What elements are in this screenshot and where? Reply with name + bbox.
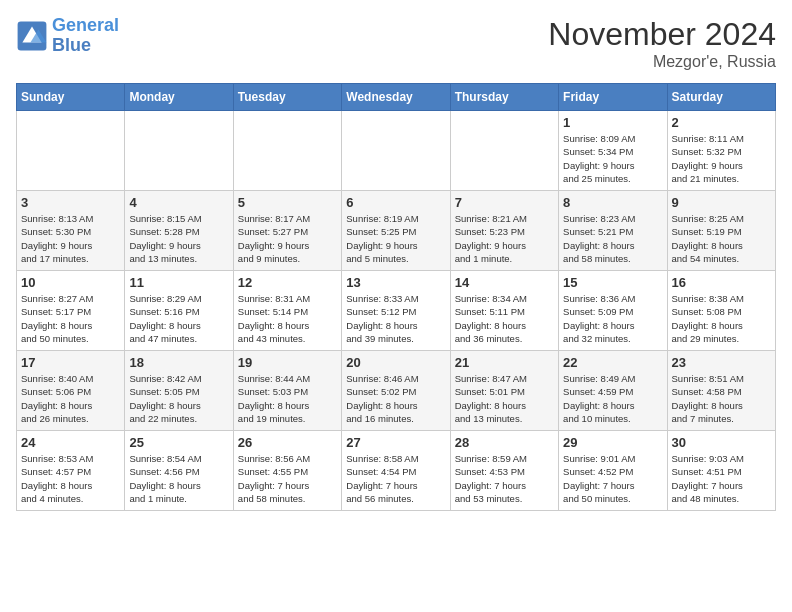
day-number: 19 (238, 355, 337, 370)
calendar-cell: 20Sunrise: 8:46 AM Sunset: 5:02 PM Dayli… (342, 351, 450, 431)
day-number: 24 (21, 435, 120, 450)
calendar-cell: 18Sunrise: 8:42 AM Sunset: 5:05 PM Dayli… (125, 351, 233, 431)
calendar-cell: 6Sunrise: 8:19 AM Sunset: 5:25 PM Daylig… (342, 191, 450, 271)
calendar-header-row: SundayMondayTuesdayWednesdayThursdayFrid… (17, 84, 776, 111)
day-info: Sunrise: 8:17 AM Sunset: 5:27 PM Dayligh… (238, 212, 337, 265)
day-info: Sunrise: 8:34 AM Sunset: 5:11 PM Dayligh… (455, 292, 554, 345)
header-cell-thursday: Thursday (450, 84, 558, 111)
page-header: General Blue November 2024 Mezgor'e, Rus… (16, 16, 776, 71)
day-info: Sunrise: 8:36 AM Sunset: 5:09 PM Dayligh… (563, 292, 662, 345)
day-number: 17 (21, 355, 120, 370)
day-info: Sunrise: 8:49 AM Sunset: 4:59 PM Dayligh… (563, 372, 662, 425)
day-number: 9 (672, 195, 771, 210)
calendar-cell: 30Sunrise: 9:03 AM Sunset: 4:51 PM Dayli… (667, 431, 775, 511)
day-number: 15 (563, 275, 662, 290)
day-info: Sunrise: 8:27 AM Sunset: 5:17 PM Dayligh… (21, 292, 120, 345)
day-number: 11 (129, 275, 228, 290)
calendar-cell: 25Sunrise: 8:54 AM Sunset: 4:56 PM Dayli… (125, 431, 233, 511)
day-number: 13 (346, 275, 445, 290)
day-number: 16 (672, 275, 771, 290)
calendar-cell: 16Sunrise: 8:38 AM Sunset: 5:08 PM Dayli… (667, 271, 775, 351)
calendar-cell: 5Sunrise: 8:17 AM Sunset: 5:27 PM Daylig… (233, 191, 341, 271)
day-info: Sunrise: 8:53 AM Sunset: 4:57 PM Dayligh… (21, 452, 120, 505)
day-info: Sunrise: 8:23 AM Sunset: 5:21 PM Dayligh… (563, 212, 662, 265)
location-subtitle: Mezgor'e, Russia (548, 53, 776, 71)
calendar-cell: 4Sunrise: 8:15 AM Sunset: 5:28 PM Daylig… (125, 191, 233, 271)
header-cell-friday: Friday (559, 84, 667, 111)
logo: General Blue (16, 16, 119, 56)
day-number: 20 (346, 355, 445, 370)
week-row-5: 24Sunrise: 8:53 AM Sunset: 4:57 PM Dayli… (17, 431, 776, 511)
calendar-cell: 24Sunrise: 8:53 AM Sunset: 4:57 PM Dayli… (17, 431, 125, 511)
calendar-cell: 19Sunrise: 8:44 AM Sunset: 5:03 PM Dayli… (233, 351, 341, 431)
day-info: Sunrise: 8:11 AM Sunset: 5:32 PM Dayligh… (672, 132, 771, 185)
calendar-cell: 23Sunrise: 8:51 AM Sunset: 4:58 PM Dayli… (667, 351, 775, 431)
calendar-cell: 8Sunrise: 8:23 AM Sunset: 5:21 PM Daylig… (559, 191, 667, 271)
calendar-cell: 11Sunrise: 8:29 AM Sunset: 5:16 PM Dayli… (125, 271, 233, 351)
week-row-1: 1Sunrise: 8:09 AM Sunset: 5:34 PM Daylig… (17, 111, 776, 191)
day-info: Sunrise: 8:19 AM Sunset: 5:25 PM Dayligh… (346, 212, 445, 265)
day-info: Sunrise: 8:47 AM Sunset: 5:01 PM Dayligh… (455, 372, 554, 425)
day-info: Sunrise: 8:31 AM Sunset: 5:14 PM Dayligh… (238, 292, 337, 345)
day-info: Sunrise: 8:15 AM Sunset: 5:28 PM Dayligh… (129, 212, 228, 265)
header-cell-tuesday: Tuesday (233, 84, 341, 111)
day-number: 30 (672, 435, 771, 450)
calendar-cell (17, 111, 125, 191)
calendar-cell: 29Sunrise: 9:01 AM Sunset: 4:52 PM Dayli… (559, 431, 667, 511)
day-number: 14 (455, 275, 554, 290)
title-block: November 2024 Mezgor'e, Russia (548, 16, 776, 71)
day-number: 21 (455, 355, 554, 370)
week-row-2: 3Sunrise: 8:13 AM Sunset: 5:30 PM Daylig… (17, 191, 776, 271)
day-number: 10 (21, 275, 120, 290)
calendar-cell: 10Sunrise: 8:27 AM Sunset: 5:17 PM Dayli… (17, 271, 125, 351)
day-number: 26 (238, 435, 337, 450)
day-number: 18 (129, 355, 228, 370)
calendar-cell: 3Sunrise: 8:13 AM Sunset: 5:30 PM Daylig… (17, 191, 125, 271)
calendar-cell (233, 111, 341, 191)
calendar-cell: 7Sunrise: 8:21 AM Sunset: 5:23 PM Daylig… (450, 191, 558, 271)
header-cell-monday: Monday (125, 84, 233, 111)
day-number: 28 (455, 435, 554, 450)
day-info: Sunrise: 8:25 AM Sunset: 5:19 PM Dayligh… (672, 212, 771, 265)
week-row-4: 17Sunrise: 8:40 AM Sunset: 5:06 PM Dayli… (17, 351, 776, 431)
day-number: 12 (238, 275, 337, 290)
day-info: Sunrise: 8:40 AM Sunset: 5:06 PM Dayligh… (21, 372, 120, 425)
day-number: 2 (672, 115, 771, 130)
day-number: 7 (455, 195, 554, 210)
calendar-cell: 27Sunrise: 8:58 AM Sunset: 4:54 PM Dayli… (342, 431, 450, 511)
header-cell-saturday: Saturday (667, 84, 775, 111)
day-number: 29 (563, 435, 662, 450)
day-info: Sunrise: 8:09 AM Sunset: 5:34 PM Dayligh… (563, 132, 662, 185)
week-row-3: 10Sunrise: 8:27 AM Sunset: 5:17 PM Dayli… (17, 271, 776, 351)
calendar-cell: 15Sunrise: 8:36 AM Sunset: 5:09 PM Dayli… (559, 271, 667, 351)
day-number: 23 (672, 355, 771, 370)
logo-line1: General (52, 15, 119, 35)
calendar-cell: 13Sunrise: 8:33 AM Sunset: 5:12 PM Dayli… (342, 271, 450, 351)
calendar-table: SundayMondayTuesdayWednesdayThursdayFrid… (16, 83, 776, 511)
day-info: Sunrise: 8:21 AM Sunset: 5:23 PM Dayligh… (455, 212, 554, 265)
day-number: 3 (21, 195, 120, 210)
calendar-cell: 1Sunrise: 8:09 AM Sunset: 5:34 PM Daylig… (559, 111, 667, 191)
day-info: Sunrise: 8:38 AM Sunset: 5:08 PM Dayligh… (672, 292, 771, 345)
calendar-cell: 12Sunrise: 8:31 AM Sunset: 5:14 PM Dayli… (233, 271, 341, 351)
day-number: 1 (563, 115, 662, 130)
day-number: 22 (563, 355, 662, 370)
calendar-cell: 14Sunrise: 8:34 AM Sunset: 5:11 PM Dayli… (450, 271, 558, 351)
day-info: Sunrise: 8:33 AM Sunset: 5:12 PM Dayligh… (346, 292, 445, 345)
day-number: 6 (346, 195, 445, 210)
day-info: Sunrise: 8:44 AM Sunset: 5:03 PM Dayligh… (238, 372, 337, 425)
day-number: 27 (346, 435, 445, 450)
header-cell-wednesday: Wednesday (342, 84, 450, 111)
day-number: 4 (129, 195, 228, 210)
day-info: Sunrise: 8:58 AM Sunset: 4:54 PM Dayligh… (346, 452, 445, 505)
calendar-cell: 17Sunrise: 8:40 AM Sunset: 5:06 PM Dayli… (17, 351, 125, 431)
header-cell-sunday: Sunday (17, 84, 125, 111)
logo-icon (16, 20, 48, 52)
calendar-cell (125, 111, 233, 191)
day-info: Sunrise: 8:46 AM Sunset: 5:02 PM Dayligh… (346, 372, 445, 425)
day-info: Sunrise: 8:29 AM Sunset: 5:16 PM Dayligh… (129, 292, 228, 345)
day-info: Sunrise: 9:03 AM Sunset: 4:51 PM Dayligh… (672, 452, 771, 505)
calendar-cell: 9Sunrise: 8:25 AM Sunset: 5:19 PM Daylig… (667, 191, 775, 271)
logo-line2: Blue (52, 35, 91, 55)
calendar-cell: 2Sunrise: 8:11 AM Sunset: 5:32 PM Daylig… (667, 111, 775, 191)
